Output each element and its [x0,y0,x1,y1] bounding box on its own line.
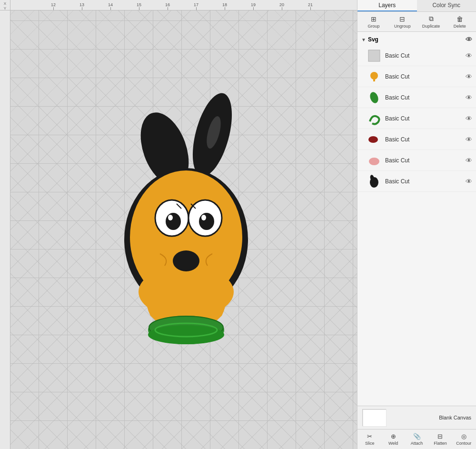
vruler-tick [0,244,10,272]
weld-button[interactable]: ⊕ Weld [382,431,404,447]
layer-thumb-3 [367,90,381,105]
ruler-tick-18: 18 [210,2,239,10]
vruler-tick [0,44,10,72]
expand-triangle-icon: ▼ [361,37,366,42]
ruler-tick-15: 15 [125,2,153,10]
svg-rect-19 [373,79,375,81]
layers-list[interactable]: ▼ Svg 👁 Basic Cut 👁 [357,32,476,406]
layer-label-1: Basic Cut [385,52,462,59]
layer-thumb-1 [367,49,381,63]
layer-label-4: Basic Cut [385,115,462,122]
contour-button[interactable]: ◎ Contour [453,431,475,447]
slice-button[interactable]: ✂ Slice [358,431,381,447]
layer-eye-icon-3[interactable]: 👁 [466,94,472,101]
layer-eye-icon-6[interactable]: 👁 [466,157,472,164]
canvas-area: XY 12 13 14 15 16 [0,0,357,449]
ruler-tick-21: 21 [296,2,325,10]
layer-eye-icon-1[interactable]: 👁 [466,52,472,60]
flatten-icon: ⊟ [437,433,443,440]
blank-canvas-preview [362,409,386,426]
svg-point-22 [369,158,379,165]
vruler-tick [0,158,10,187]
layer-eye-icon-2[interactable]: 👁 [466,73,472,80]
group-icon: ⊞ [371,15,377,23]
pluto-nose [173,250,199,271]
contour-icon: ◎ [461,433,466,440]
design-canvas[interactable] [10,10,357,449]
layer-item[interactable]: Basic Cut 👁 [357,150,476,171]
slice-icon: ✂ [367,433,372,440]
ruler-horizontal: 12 13 14 15 16 17 18 [10,0,357,10]
panel-toolbar: ⊞ Group ⊟ Ungroup ⧉ Duplicate 🗑 Delete [357,12,476,32]
vruler-tick [0,301,10,329]
ruler-corner: XY [0,0,10,10]
ruler-tick-20: 20 [268,2,296,10]
layer-thumb-5 [367,132,381,147]
pluto-illustration [103,92,265,368]
ruler-tick-12: 12 [39,2,68,10]
svg-point-9 [199,213,214,230]
svg-point-10 [168,215,173,220]
ruler-tick-17: 17 [182,2,210,10]
duplicate-icon: ⧉ [429,15,434,23]
panel-tabs: Layers Color Sync [357,0,476,12]
attach-button[interactable]: 📎 Attach [406,431,428,447]
tab-color-sync[interactable]: Color Sync [417,0,476,11]
layer-label-2: Basic Cut [385,73,462,80]
svg-rect-17 [368,50,380,61]
layer-item[interactable]: Basic Cut 👁 [357,87,476,108]
vruler-tick [0,272,10,301]
layer-label-6: Basic Cut [385,157,462,164]
vruler-tick [0,72,10,101]
layer-thumb-6 [367,153,381,168]
flatten-button[interactable]: ⊟ Flatten [429,431,451,447]
layer-item[interactable]: Basic Cut 👁 [357,108,476,129]
delete-button[interactable]: 🗑 Delete [446,14,473,30]
ruler-tick-19: 19 [239,2,268,10]
layer-item[interactable]: Basic Cut 👁 [357,66,476,87]
vruler-tick [0,130,10,158]
svg-point-21 [368,136,378,143]
ruler-vertical [0,10,10,449]
svg-point-20 [368,91,379,104]
ruler-tick-16: 16 [153,2,182,10]
svg-point-11 [201,215,206,220]
vruler-tick [0,187,10,215]
ruler-tick-13: 13 [68,2,96,10]
vruler-tick [0,101,10,130]
ungroup-button[interactable]: ⊟ Ungroup [389,14,416,30]
group-button[interactable]: ⊞ Group [360,14,387,30]
attach-icon: 📎 [413,433,421,440]
layer-thumb-4 [367,111,381,126]
layer-label-5: Basic Cut [385,136,462,143]
layer-item[interactable]: Basic Cut 👁 [357,171,476,192]
svg-group-header[interactable]: ▼ Svg 👁 [357,34,476,45]
blank-canvas-label: Blank Canvas [439,415,471,420]
svg-point-8 [166,213,181,230]
vruler-tick [0,15,10,44]
svg-point-18 [370,72,378,80]
layer-eye-icon-5[interactable]: 👁 [466,136,472,143]
tab-layers[interactable]: Layers [357,0,417,11]
svg-point-15 [148,325,224,344]
canvas-preview-area: Blank Canvas [357,406,476,429]
layer-item[interactable]: Basic Cut 👁 [357,129,476,150]
vruler-tick [0,329,10,358]
canvas-content[interactable] [10,10,357,449]
layer-label-7: Basic Cut [385,178,462,185]
layer-item[interactable]: Basic Cut 👁 [357,45,476,66]
layer-eye-icon-7[interactable]: 👁 [466,178,472,185]
svg-group-label: Svg [368,36,378,43]
duplicate-button[interactable]: ⧉ Duplicate [418,14,445,30]
layer-thumb-2 [367,70,381,84]
weld-icon: ⊕ [391,433,396,440]
svg-group-eye-icon[interactable]: 👁 [466,36,472,43]
ungroup-icon: ⊟ [399,15,405,23]
layer-eye-icon-4[interactable]: 👁 [466,115,472,122]
bottom-toolbar: ✂ Slice ⊕ Weld 📎 Attach ⊟ Flatten ◎ Cont… [357,429,476,449]
pluto-collar [148,316,224,344]
right-panel: Layers Color Sync ⊞ Group ⊟ Ungroup ⧉ Du… [357,0,476,449]
svg-rect-25 [363,409,387,427]
ruler-tick-14: 14 [96,2,125,10]
vruler-tick [0,215,10,244]
